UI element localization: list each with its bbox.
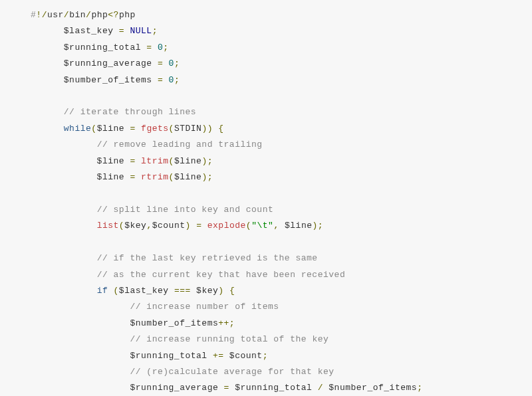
code-token: $number_of_items <box>31 318 218 328</box>
code-token: += <box>213 351 224 361</box>
code-token: // iterate through lines <box>64 107 196 117</box>
code-token: // increase number of items <box>130 302 279 312</box>
code-line <box>31 235 532 250</box>
code-token: / <box>42 10 47 20</box>
code-token: $line <box>31 156 130 166</box>
code-token: ; <box>417 383 422 393</box>
code-token: = <box>130 156 135 166</box>
code-line: if ($last_key === $key) { <box>31 283 532 299</box>
code-token: ); <box>201 172 213 182</box>
code-token: while <box>64 124 92 134</box>
code-token: ); <box>313 221 324 231</box>
code-token: , <box>146 221 152 231</box>
code-token: "\t" <box>251 221 273 231</box>
code-token <box>136 124 141 134</box>
code-token <box>31 367 130 377</box>
code-token: if <box>97 286 108 296</box>
code-block: #!/usr/bin/php<?php $last_key = NULL; $r… <box>0 0 532 396</box>
code-token: ( <box>169 156 174 166</box>
code-token: $count <box>224 351 263 361</box>
code-token <box>31 124 64 134</box>
code-token: // remove leading and trailing <box>97 140 263 149</box>
code-token: $line <box>31 172 130 182</box>
code-token: $last_key <box>31 26 119 36</box>
code-line <box>31 88 532 104</box>
code-token: $key <box>191 286 219 296</box>
code-token: // if the last key retrieved is the same <box>97 253 318 263</box>
code-line: $line = ltrim($line); <box>31 153 532 169</box>
code-token: === <box>174 286 191 296</box>
code-token: ( <box>114 286 119 296</box>
code-token: = <box>119 26 124 36</box>
code-token: = <box>224 383 229 393</box>
code-token: // (re)calculate average for that key <box>130 367 334 377</box>
code-token: $key <box>124 221 146 231</box>
code-token: $number_of_items <box>323 383 417 393</box>
code-token: ( <box>119 221 124 231</box>
code-token <box>31 286 97 296</box>
code-token <box>163 75 168 85</box>
code-token: ( <box>169 172 174 182</box>
code-token: $line <box>174 156 202 166</box>
code-token: php <box>91 10 108 20</box>
code-token <box>31 253 97 263</box>
code-token: ! <box>36 10 41 20</box>
code-token: rtrim <box>141 172 169 182</box>
code-token <box>136 172 141 182</box>
code-token <box>224 286 229 296</box>
code-token: ; <box>174 58 180 68</box>
code-token: $last_key <box>119 286 174 296</box>
code-token: $running_total <box>229 383 318 393</box>
code-token: )) <box>201 124 213 134</box>
code-line: // remove leading and trailing <box>31 137 532 153</box>
code-token <box>31 270 97 280</box>
code-token <box>163 58 168 68</box>
code-line: $last_key = NULL; <box>31 23 532 39</box>
code-token: $running_total <box>31 351 213 361</box>
code-line: #!/usr/bin/php<?php <box>31 7 532 23</box>
code-token: ++; <box>218 318 235 328</box>
code-token: $running_average <box>31 383 224 393</box>
code-token: ( <box>169 124 174 134</box>
code-token: = <box>130 172 135 182</box>
code-line: $running_total = 0; <box>31 40 532 56</box>
code-token: ( <box>246 221 251 231</box>
code-token: bin <box>69 10 86 20</box>
code-token: ( <box>91 124 96 134</box>
code-line <box>31 185 532 201</box>
code-token: ; <box>163 43 168 52</box>
code-token <box>152 43 158 52</box>
code-token: explode <box>207 221 246 231</box>
code-token <box>31 302 130 312</box>
code-token: 0 <box>169 58 174 68</box>
code-token: // split line into key and count <box>97 205 274 215</box>
code-line: $number_of_items = 0; <box>31 72 532 88</box>
code-token: $line <box>174 172 202 182</box>
code-token: $running_total <box>31 43 146 52</box>
code-token: $number_of_items <box>31 75 158 85</box>
code-token: = <box>158 75 163 85</box>
code-line: $running_average = 0; <box>31 56 532 72</box>
code-token: ) <box>218 286 223 296</box>
code-token <box>31 205 97 215</box>
code-token: $count <box>152 221 186 231</box>
code-line: list($key,$count) = explode("\t", $line)… <box>31 218 532 234</box>
code-line: // split line into key and count <box>31 202 532 218</box>
code-token <box>191 221 196 231</box>
code-token: { <box>218 124 223 134</box>
code-token: ) <box>186 221 191 231</box>
code-token: ; <box>174 75 180 85</box>
code-token: ); <box>201 156 213 166</box>
code-token <box>31 140 97 149</box>
code-token: = <box>146 43 152 52</box>
code-token: ; <box>263 351 268 361</box>
code-token <box>31 221 97 231</box>
code-token: = <box>130 124 135 134</box>
code-token: $line <box>97 124 130 134</box>
code-line: // increase running total of the key <box>31 332 532 347</box>
code-token <box>31 107 64 117</box>
code-token <box>31 334 130 344</box>
code-token: / <box>64 10 69 20</box>
code-token: php <box>119 10 136 20</box>
code-line: while($line = fgets(STDIN)) { <box>31 121 532 137</box>
